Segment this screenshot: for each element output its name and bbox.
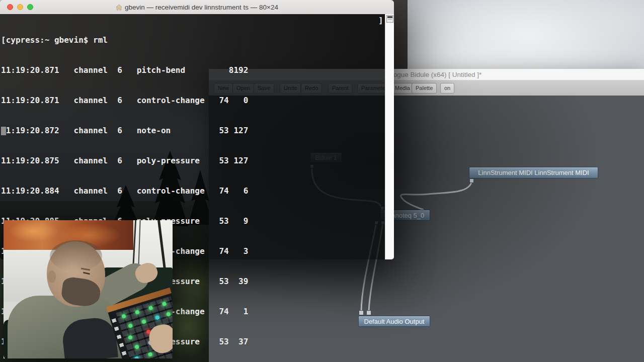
node-default-audio-output[interactable]: Default Audio Output xyxy=(358,316,430,327)
port-audio-in-right[interactable] xyxy=(366,310,371,315)
midi-log-line: 11:19:20.875 channel 6 poly-pressure 53 … xyxy=(1,156,248,166)
webcam-overlay xyxy=(4,220,173,358)
processing-on-button[interactable]: on xyxy=(440,83,454,94)
minimize-button[interactable] xyxy=(17,4,23,10)
scroll-bracket: ] xyxy=(378,16,383,25)
port-linnstrument-out[interactable] xyxy=(469,178,474,183)
terminal-scrollbar[interactable] xyxy=(385,14,394,259)
terminal-titlebar[interactable]: gbevin — receivemidi dev linnstrument ts… xyxy=(0,0,394,15)
scrollbar-thumb-icon[interactable] xyxy=(386,15,393,23)
person-head xyxy=(47,241,105,307)
terminal-cursor xyxy=(1,127,6,135)
palette-button[interactable]: Palette xyxy=(412,83,437,94)
home-icon xyxy=(116,4,122,11)
person-ear xyxy=(48,270,56,283)
midi-log-line: 11:19:20.884 channel 6 control-change 74… xyxy=(1,186,248,196)
node-linnstrument-midi[interactable]: LinnStrument MIDI LinnStrument MIDI xyxy=(469,167,598,178)
terminal-title: gbevin — receivemidi dev linnstrument ts… xyxy=(0,4,394,11)
person-scalp-stubble xyxy=(50,240,102,272)
midi-log-line: 11:19:20.871 channel 6 pitch-bend 8192 xyxy=(1,65,248,75)
bidule-window-title: Plogue Bidule (x64) [ Untitled ]* xyxy=(387,71,482,78)
midi-log-line: 11:19:20.871 channel 6 control-change 74… xyxy=(1,96,248,106)
zoom-button[interactable] xyxy=(27,4,33,10)
prompt-line: [cypress:~ gbevin$ rml xyxy=(1,35,248,45)
midi-log-line: 11:19:20.872 channel 6 note-on 53 127 xyxy=(1,126,248,136)
close-button[interactable] xyxy=(7,4,13,10)
screen: Plogue Bidule (x64) [ Untitled ]* New Op… xyxy=(0,0,644,362)
traffic-lights xyxy=(7,4,37,10)
port-audio-in-left[interactable] xyxy=(359,310,364,315)
cable-linnstrument-to-pianoteq xyxy=(401,180,472,210)
media-button[interactable]: Media xyxy=(391,83,414,94)
